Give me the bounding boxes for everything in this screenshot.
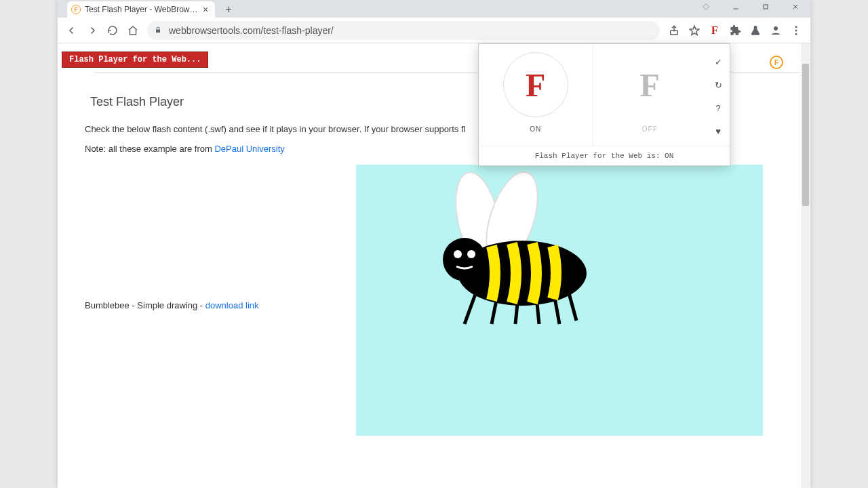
reload-button[interactable]	[102, 20, 123, 41]
svg-point-22	[467, 250, 475, 258]
svg-point-8	[795, 26, 797, 28]
svg-point-21	[454, 250, 462, 258]
popup-refresh-icon[interactable]: ↻	[711, 75, 725, 94]
depaul-link[interactable]: DePaul University	[214, 144, 284, 154]
address-bar[interactable]: webbrowsertools.com/test-flash-player/	[147, 21, 660, 40]
popup-heart-icon[interactable]: ♥	[711, 121, 725, 140]
back-button[interactable]	[62, 20, 82, 41]
flash-preview	[356, 165, 763, 436]
svg-rect-4	[156, 29, 160, 33]
flash-extension-icon[interactable]: F	[705, 21, 724, 40]
page-flash-icon[interactable]: F	[770, 56, 783, 69]
popup-help-icon[interactable]: ?	[711, 98, 725, 117]
off-circle-icon: F	[617, 52, 682, 117]
caption-prefix: Bumblebee - Simple drawing -	[85, 300, 205, 310]
extension-popup: F ON F OFF ✓ ↻ ? ♥ Flash Player for the …	[478, 43, 730, 166]
tab-title: Test Flash Player - WebBrowserT	[85, 5, 200, 14]
svg-point-7	[774, 26, 778, 30]
window-close[interactable]	[781, 0, 810, 14]
on-circle-icon: F	[503, 52, 568, 117]
svg-marker-6	[690, 26, 699, 35]
download-link[interactable]: download link	[205, 300, 259, 310]
toggle-off[interactable]: F OFF	[593, 44, 707, 146]
extension-banner[interactable]: Flash Player for the Web...	[62, 52, 208, 68]
window-maximize[interactable]	[751, 0, 781, 14]
popup-check-icon[interactable]: ✓	[711, 52, 725, 71]
note-prefix: Note: all these example are from	[85, 144, 214, 154]
home-button[interactable]	[123, 20, 143, 41]
popup-status: Flash Player for the Web is: ON	[479, 146, 730, 165]
forward-button[interactable]	[82, 20, 102, 41]
extensions-icon[interactable]	[726, 21, 745, 40]
browser-tab[interactable]: F Test Flash Player - WebBrowserT ×	[67, 1, 215, 18]
svg-point-10	[795, 33, 797, 35]
off-label: OFF	[642, 125, 658, 133]
diamond-icon[interactable]	[691, 0, 721, 14]
bee-illustration	[356, 165, 763, 436]
share-icon[interactable]	[665, 21, 684, 40]
svg-point-20	[443, 238, 486, 281]
toggle-on[interactable]: F ON	[479, 44, 593, 146]
menu-icon[interactable]	[787, 21, 806, 40]
tab-close-icon[interactable]: ×	[200, 4, 211, 15]
profile-icon[interactable]	[766, 21, 785, 40]
browser-toolbar: webbrowsertools.com/test-flash-player/ F	[58, 18, 810, 43]
labs-icon[interactable]	[746, 21, 765, 40]
scrollbar-track[interactable]	[801, 43, 810, 488]
svg-rect-1	[764, 5, 768, 9]
tab-favicon: F	[71, 5, 81, 14]
bookmark-star-icon[interactable]	[685, 21, 704, 40]
scrollbar-thumb[interactable]	[802, 64, 809, 206]
on-label: ON	[530, 125, 541, 133]
url-text: webbrowsertools.com/test-flash-player/	[169, 25, 334, 36]
new-tab-button[interactable]: +	[220, 1, 237, 18]
window-minimize[interactable]	[721, 0, 751, 14]
svg-point-9	[795, 29, 797, 31]
lock-icon	[154, 25, 163, 36]
